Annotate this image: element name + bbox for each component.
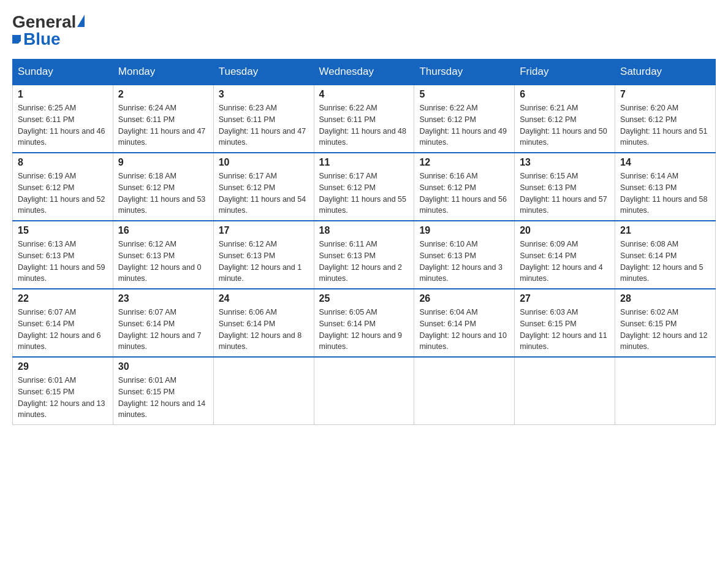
day-info: Sunrise: 6:23 AMSunset: 6:11 PMDaylight:… xyxy=(219,102,309,148)
day-cell-30: 30Sunrise: 6:01 AMSunset: 6:15 PMDayligh… xyxy=(113,357,213,425)
day-info: Sunrise: 6:01 AMSunset: 6:15 PMDaylight:… xyxy=(118,375,208,421)
day-number: 30 xyxy=(118,361,208,372)
day-number: 21 xyxy=(620,225,710,236)
day-cell-20: 20Sunrise: 6:09 AMSunset: 6:14 PMDayligh… xyxy=(515,221,615,289)
day-info: Sunrise: 6:20 AMSunset: 6:12 PMDaylight:… xyxy=(620,102,710,148)
day-cell-6: 6Sunrise: 6:21 AMSunset: 6:12 PMDaylight… xyxy=(515,85,615,153)
day-number: 12 xyxy=(419,157,509,168)
day-info: Sunrise: 6:16 AMSunset: 6:12 PMDaylight:… xyxy=(419,170,509,216)
day-number: 8 xyxy=(18,157,108,168)
day-number: 7 xyxy=(620,89,710,100)
day-info: Sunrise: 6:24 AMSunset: 6:11 PMDaylight:… xyxy=(118,102,208,148)
day-info: Sunrise: 6:10 AMSunset: 6:13 PMDaylight:… xyxy=(419,239,509,285)
day-info: Sunrise: 6:02 AMSunset: 6:15 PMDaylight:… xyxy=(620,307,710,353)
day-number: 11 xyxy=(319,157,409,168)
day-number: 20 xyxy=(520,225,610,236)
day-info: Sunrise: 6:17 AMSunset: 6:12 PMDaylight:… xyxy=(319,170,409,216)
page-header: General Blue xyxy=(12,12,716,49)
day-info: Sunrise: 6:06 AMSunset: 6:14 PMDaylight:… xyxy=(219,307,309,353)
week-row-3: 15Sunrise: 6:13 AMSunset: 6:13 PMDayligh… xyxy=(13,221,716,289)
day-number: 19 xyxy=(419,225,509,236)
weekday-header-friday: Friday xyxy=(515,59,615,85)
day-number: 25 xyxy=(319,293,409,304)
day-cell-1: 1Sunrise: 6:25 AMSunset: 6:11 PMDaylight… xyxy=(13,85,113,153)
calendar-table: SundayMondayTuesdayWednesdayThursdayFrid… xyxy=(12,59,716,425)
day-info: Sunrise: 6:07 AMSunset: 6:14 PMDaylight:… xyxy=(18,307,108,353)
weekday-header-row: SundayMondayTuesdayWednesdayThursdayFrid… xyxy=(13,59,716,85)
weekday-header-thursday: Thursday xyxy=(414,59,515,85)
day-cell-18: 18Sunrise: 6:11 AMSunset: 6:13 PMDayligh… xyxy=(314,221,414,289)
day-info: Sunrise: 6:05 AMSunset: 6:14 PMDaylight:… xyxy=(319,307,409,353)
day-cell-4: 4Sunrise: 6:22 AMSunset: 6:11 PMDaylight… xyxy=(314,85,414,153)
empty-cell xyxy=(213,357,314,425)
day-info: Sunrise: 6:04 AMSunset: 6:14 PMDaylight:… xyxy=(419,307,509,353)
day-number: 29 xyxy=(18,361,108,372)
day-number: 3 xyxy=(219,89,309,100)
day-number: 4 xyxy=(319,89,409,100)
empty-cell xyxy=(414,357,515,425)
day-cell-8: 8Sunrise: 6:19 AMSunset: 6:12 PMDaylight… xyxy=(13,153,113,221)
day-info: Sunrise: 6:15 AMSunset: 6:13 PMDaylight:… xyxy=(520,170,610,216)
day-info: Sunrise: 6:17 AMSunset: 6:12 PMDaylight:… xyxy=(219,170,309,216)
empty-cell xyxy=(314,357,414,425)
day-info: Sunrise: 6:21 AMSunset: 6:12 PMDaylight:… xyxy=(520,102,610,148)
day-number: 6 xyxy=(520,89,610,100)
day-info: Sunrise: 6:19 AMSunset: 6:12 PMDaylight:… xyxy=(18,170,108,216)
week-row-4: 22Sunrise: 6:07 AMSunset: 6:14 PMDayligh… xyxy=(13,289,716,357)
day-cell-27: 27Sunrise: 6:03 AMSunset: 6:15 PMDayligh… xyxy=(515,289,615,357)
day-cell-26: 26Sunrise: 6:04 AMSunset: 6:14 PMDayligh… xyxy=(414,289,515,357)
day-cell-17: 17Sunrise: 6:12 AMSunset: 6:13 PMDayligh… xyxy=(213,221,314,289)
day-info: Sunrise: 6:22 AMSunset: 6:11 PMDaylight:… xyxy=(319,102,409,148)
week-row-5: 29Sunrise: 6:01 AMSunset: 6:15 PMDayligh… xyxy=(13,357,716,425)
day-number: 2 xyxy=(118,89,208,100)
day-info: Sunrise: 6:14 AMSunset: 6:13 PMDaylight:… xyxy=(620,170,710,216)
day-info: Sunrise: 6:01 AMSunset: 6:15 PMDaylight:… xyxy=(18,375,108,421)
day-info: Sunrise: 6:25 AMSunset: 6:11 PMDaylight:… xyxy=(18,102,108,148)
day-cell-19: 19Sunrise: 6:10 AMSunset: 6:13 PMDayligh… xyxy=(414,221,515,289)
day-info: Sunrise: 6:08 AMSunset: 6:14 PMDaylight:… xyxy=(620,239,710,285)
day-info: Sunrise: 6:11 AMSunset: 6:13 PMDaylight:… xyxy=(319,239,409,285)
day-cell-9: 9Sunrise: 6:18 AMSunset: 6:12 PMDaylight… xyxy=(113,153,213,221)
weekday-header-sunday: Sunday xyxy=(13,59,113,85)
logo-blue-text: Blue xyxy=(23,29,61,49)
day-number: 13 xyxy=(520,157,610,168)
empty-cell xyxy=(515,357,615,425)
week-row-2: 8Sunrise: 6:19 AMSunset: 6:12 PMDaylight… xyxy=(13,153,716,221)
day-number: 28 xyxy=(620,293,710,304)
day-cell-22: 22Sunrise: 6:07 AMSunset: 6:14 PMDayligh… xyxy=(13,289,113,357)
day-number: 5 xyxy=(419,89,509,100)
day-number: 14 xyxy=(620,157,710,168)
day-cell-7: 7Sunrise: 6:20 AMSunset: 6:12 PMDaylight… xyxy=(615,85,716,153)
day-number: 1 xyxy=(18,89,108,100)
day-info: Sunrise: 6:07 AMSunset: 6:14 PMDaylight:… xyxy=(118,307,208,353)
day-info: Sunrise: 6:13 AMSunset: 6:13 PMDaylight:… xyxy=(18,239,108,285)
day-number: 27 xyxy=(520,293,610,304)
weekday-header-tuesday: Tuesday xyxy=(213,59,314,85)
day-info: Sunrise: 6:18 AMSunset: 6:12 PMDaylight:… xyxy=(118,170,208,216)
day-cell-11: 11Sunrise: 6:17 AMSunset: 6:12 PMDayligh… xyxy=(314,153,414,221)
logo-area: General Blue xyxy=(12,12,85,49)
day-cell-14: 14Sunrise: 6:14 AMSunset: 6:13 PMDayligh… xyxy=(615,153,716,221)
day-number: 18 xyxy=(319,225,409,236)
day-cell-10: 10Sunrise: 6:17 AMSunset: 6:12 PMDayligh… xyxy=(213,153,314,221)
day-number: 23 xyxy=(118,293,208,304)
day-cell-16: 16Sunrise: 6:12 AMSunset: 6:13 PMDayligh… xyxy=(113,221,213,289)
day-number: 17 xyxy=(219,225,309,236)
day-cell-29: 29Sunrise: 6:01 AMSunset: 6:15 PMDayligh… xyxy=(13,357,113,425)
day-number: 26 xyxy=(419,293,509,304)
day-cell-5: 5Sunrise: 6:22 AMSunset: 6:12 PMDaylight… xyxy=(414,85,515,153)
day-info: Sunrise: 6:22 AMSunset: 6:12 PMDaylight:… xyxy=(419,102,509,148)
day-number: 22 xyxy=(18,293,108,304)
day-info: Sunrise: 6:12 AMSunset: 6:13 PMDaylight:… xyxy=(219,239,309,285)
day-number: 24 xyxy=(219,293,309,304)
weekday-header-saturday: Saturday xyxy=(615,59,716,85)
day-cell-13: 13Sunrise: 6:15 AMSunset: 6:13 PMDayligh… xyxy=(515,153,615,221)
day-cell-25: 25Sunrise: 6:05 AMSunset: 6:14 PMDayligh… xyxy=(314,289,414,357)
logo-triangle-icon xyxy=(77,15,85,27)
empty-cell xyxy=(615,357,716,425)
day-info: Sunrise: 6:12 AMSunset: 6:13 PMDaylight:… xyxy=(118,239,208,285)
day-info: Sunrise: 6:03 AMSunset: 6:15 PMDaylight:… xyxy=(520,307,610,353)
day-number: 10 xyxy=(219,157,309,168)
day-number: 15 xyxy=(18,225,108,236)
day-number: 9 xyxy=(118,157,208,168)
